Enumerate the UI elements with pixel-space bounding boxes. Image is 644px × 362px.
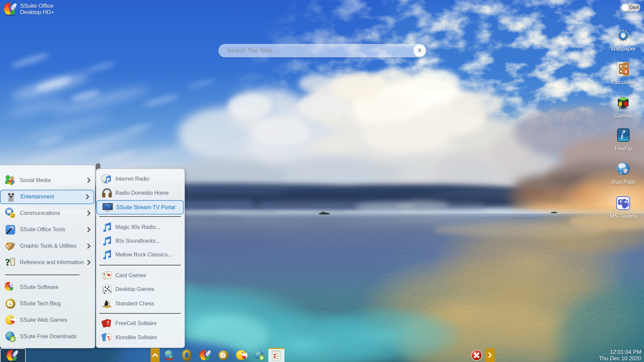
svg-text:?: ? bbox=[5, 257, 10, 267]
svg-text:i: i bbox=[621, 131, 624, 141]
